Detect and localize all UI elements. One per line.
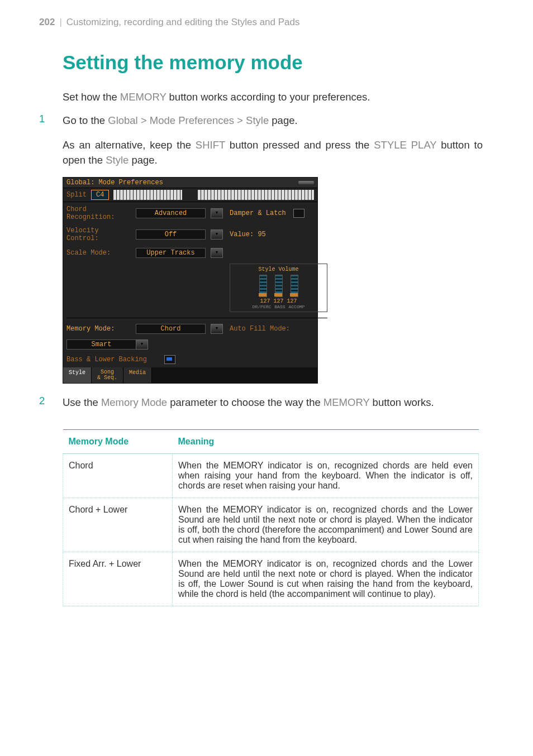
vol-val-0: 127 — [260, 298, 270, 304]
velocity-control-dropdown-icon[interactable]: ▾ — [211, 229, 223, 240]
chapter-title: Customizing, recording and editing the S… — [66, 17, 300, 27]
s2d: MEMORY — [323, 396, 370, 408]
s1aa: As an alternative, keep the — [63, 139, 196, 151]
intro-key: MEMORY — [120, 91, 166, 103]
th-meaning: Meaning — [173, 429, 479, 453]
meaning-cell: When the MEMORY indicator is on, recogni… — [173, 497, 479, 552]
lcd-form: Chord Recognition: Advanced ▾ Damper & L… — [63, 202, 317, 367]
vol-val-2: 127 — [287, 298, 297, 304]
table-row: Chord + Lower When the MEMORY indicator … — [63, 497, 479, 552]
split-value[interactable]: C4 — [91, 190, 109, 200]
s1af: Style — [106, 154, 129, 166]
volume-slider-bass[interactable] — [275, 275, 283, 297]
velocity-control-label: Velocity Control: — [66, 227, 134, 242]
step-1-alt: As an alternative, keep the SHIFT button… — [63, 137, 483, 169]
bass-lower-label: Bass & Lower Backing — [66, 355, 208, 364]
style-volume-panel: Style Volume 127 127 127 DR/PERC BASS AC… — [230, 264, 327, 312]
chord-recognition-dropdown-icon[interactable]: ▾ — [211, 208, 223, 218]
vol-lab-0: DR/PERC — [253, 304, 272, 309]
intro-paragraph: Set how the MEMORY button works accordin… — [63, 89, 483, 105]
scale-mode-dropdown-icon[interactable]: ▾ — [211, 248, 223, 258]
s2c: parameter to choose the way the — [167, 396, 323, 408]
scale-mode-select[interactable]: Upper Tracks — [136, 248, 206, 258]
chord-recognition-select[interactable]: Advanced — [136, 208, 206, 218]
chord-recognition-label: Chord Recognition: — [66, 205, 134, 221]
step-2-number: 2 — [39, 395, 45, 407]
meaning-cell: When the MEMORY indicator is on, recogni… — [173, 552, 479, 606]
mode-cell: Chord + Lower — [63, 497, 173, 552]
table-row: Fixed Arr. + Lower When the MEMORY indic… — [63, 552, 479, 606]
lcd-tabs: Style Song & Seq. Media — [63, 367, 317, 383]
s1ag: page. — [129, 154, 157, 166]
volume-slider-drperc[interactable] — [259, 275, 267, 297]
lcd-titlebar: Global: Mode Preferences — [63, 178, 317, 188]
s1ac: button pressed and press the — [225, 139, 374, 151]
memory-mode-label: Memory Mode: — [66, 325, 134, 333]
bass-lower-text: Bass & Lower Backing — [66, 356, 147, 363]
tab-media[interactable]: Media — [123, 367, 152, 383]
intro-post: button works according to your preferenc… — [166, 91, 370, 103]
table-row: Chord When the MEMORY indicator is on, r… — [63, 453, 479, 497]
page-number: 202 — [39, 17, 55, 27]
lcd-screenshot: Global: Mode Preferences Split C4 Chord … — [63, 177, 318, 384]
velocity-control-select[interactable]: Off — [136, 229, 206, 240]
memory-mode-table: Memory Mode Meaning Chord When the MEMOR… — [63, 429, 479, 606]
th-mode: Memory Mode — [63, 429, 173, 453]
lcd-divider — [66, 318, 327, 318]
keyboard-lower-icon — [113, 190, 182, 200]
tab-style[interactable]: Style — [63, 367, 92, 383]
memory-mode-select[interactable]: Chord — [136, 324, 206, 334]
velocity-value-text: Value: 95 — [230, 231, 327, 238]
s2b: Memory Mode — [101, 396, 167, 408]
split-row: Split C4 — [63, 188, 317, 202]
split-label: Split — [66, 191, 87, 199]
tab-song-seq[interactable]: Song & Seq. — [92, 367, 123, 383]
s1ad: STYLE PLAY — [374, 139, 436, 151]
running-header: 202|Customizing, recording and editing t… — [39, 17, 483, 28]
auto-fill-dropdown-icon[interactable]: ▾ — [136, 339, 148, 350]
damper-latch-label: Damper & Latch — [230, 209, 286, 217]
bass-lower-checkbox[interactable] — [164, 355, 175, 364]
s1a: Go to the — [63, 114, 108, 126]
s2a: Use the — [63, 396, 101, 408]
auto-fill-label: Auto Fill Mode: — [230, 325, 327, 333]
vol-val-1: 127 — [273, 298, 283, 304]
memory-mode-dropdown-icon[interactable]: ▾ — [211, 324, 223, 334]
s1ab: SHIFT — [196, 139, 225, 151]
s1c: page. — [269, 114, 297, 126]
page: 202|Customizing, recording and editing t… — [0, 0, 533, 756]
lcd-titlebar-handle-icon[interactable] — [298, 181, 314, 184]
vol-lab-1: BASS — [274, 304, 285, 309]
mode-cell: Fixed Arr. + Lower — [63, 552, 173, 606]
step-2-text: Use the Memory Mode parameter to choose … — [63, 395, 483, 410]
scale-mode-label: Scale Mode: — [66, 249, 134, 257]
damper-latch-checkbox[interactable] — [293, 209, 304, 218]
intro-pre: Set how the — [63, 91, 120, 103]
s1b: Global > Mode Preferences > Style — [108, 114, 269, 126]
step-1-number: 1 — [39, 113, 45, 125]
style-volume-title: Style Volume — [232, 266, 325, 272]
meaning-cell: When the MEMORY indicator is on, recogni… — [173, 453, 479, 497]
keyboard-upper-icon — [198, 190, 314, 200]
lcd-title-text: Global: Mode Preferences — [66, 179, 163, 186]
step-1-text: Go to the Global > Mode Preferences > St… — [63, 113, 483, 128]
split-gap — [187, 190, 193, 200]
auto-fill-select[interactable]: Smart — [66, 339, 136, 350]
vol-lab-2: ACCOMP — [289, 304, 305, 309]
volume-slider-accomp[interactable] — [291, 275, 298, 297]
s2e: button works. — [369, 396, 434, 408]
page-title: Setting the memory mode — [63, 51, 483, 74]
header-separator: | — [55, 17, 66, 27]
damper-latch-row: Damper & Latch — [230, 209, 327, 218]
table-header-row: Memory Mode Meaning — [63, 429, 479, 453]
mode-cell: Chord — [63, 453, 173, 497]
